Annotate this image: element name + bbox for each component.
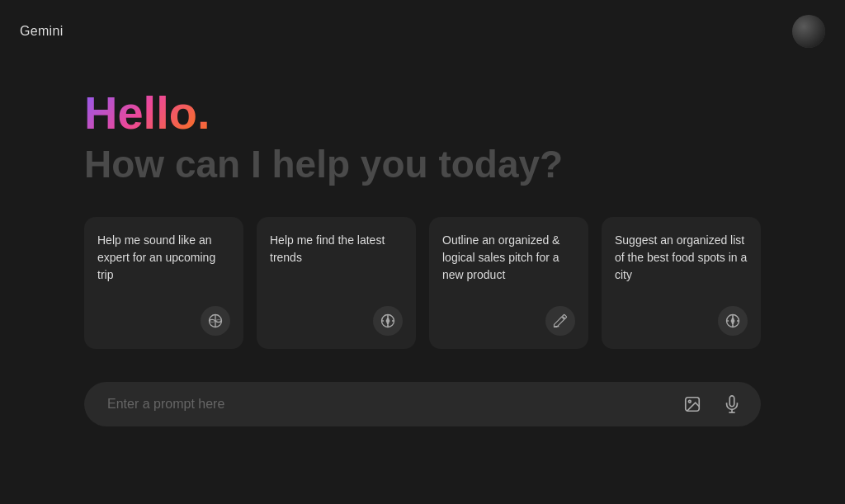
card-icon-svg-4: [725, 313, 741, 329]
image-upload-button[interactable]: [677, 389, 708, 420]
card-text-4: Suggest an organized list of the best fo…: [615, 232, 748, 284]
avatar[interactable]: [792, 15, 825, 48]
suggestion-card-3[interactable]: Outline an organized & logical sales pit…: [429, 217, 588, 349]
map-icon: [718, 306, 748, 336]
card-icon-svg-1: [207, 313, 224, 329]
svg-marker-8: [386, 320, 389, 324]
mic-icon: [723, 395, 741, 413]
mic-button[interactable]: [716, 389, 748, 420]
input-actions: [677, 389, 748, 420]
greeting-subtitle: How can I help you today?: [84, 142, 761, 187]
avatar-image: [792, 15, 825, 48]
header: Gemini: [0, 0, 845, 63]
globe-icon: [201, 306, 230, 336]
greeting-hello: Hello.: [84, 87, 761, 139]
image-upload-icon: [683, 395, 701, 413]
card-icon-svg-3: [552, 313, 569, 329]
input-container: [84, 382, 761, 426]
card-text-1: Help me sound like an expert for an upco…: [97, 232, 230, 284]
edit-icon: [545, 306, 575, 336]
card-text-2: Help me find the latest trends: [270, 232, 403, 266]
hello-dot: .: [197, 87, 210, 139]
card-text-3: Outline an organized & logical sales pit…: [442, 232, 575, 284]
suggestion-card-1[interactable]: Help me sound like an expert for an upco…: [84, 217, 243, 349]
card-icon-svg-2: [380, 313, 396, 329]
app-title: Gemini: [20, 24, 63, 39]
cards-container: Help me sound like an expert for an upco…: [84, 217, 761, 349]
suggestion-card-2[interactable]: Help me find the latest trends: [257, 217, 416, 349]
main-content: Hello. How can I help you today? Help me…: [0, 63, 845, 426]
svg-marker-16: [731, 320, 734, 324]
hello-word: Hello: [84, 87, 197, 139]
suggestion-card-4[interactable]: Suggest an organized list of the best fo…: [602, 217, 761, 349]
prompt-input[interactable]: [84, 382, 761, 426]
greeting-section: Hello. How can I help you today?: [84, 87, 761, 187]
compass-icon: [373, 306, 403, 336]
svg-point-18: [688, 400, 691, 403]
